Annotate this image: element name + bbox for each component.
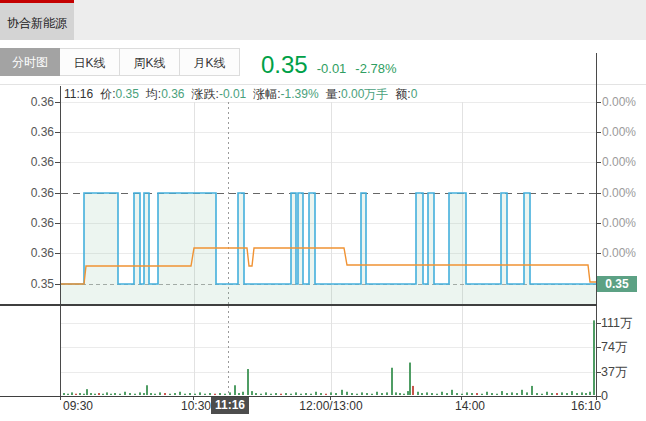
time-axis-label: 09:30 <box>38 399 118 413</box>
axis-tick <box>596 132 601 133</box>
price-chart[interactable] <box>61 86 597 304</box>
cursor-time-badge: 11:16 <box>211 397 249 414</box>
price-axis-label: 0.36 <box>18 94 54 110</box>
percent-axis-label: 0.00% <box>602 154 646 170</box>
percent-axis-label: 0.00% <box>602 94 646 110</box>
left-axis-line <box>60 86 61 396</box>
axis-tick <box>55 193 60 194</box>
tab-weekly-k[interactable]: 周K线 <box>120 48 180 76</box>
price-axis-label: 0.36 <box>18 185 54 201</box>
axis-tick <box>55 223 60 224</box>
volume-panel-bottom-border <box>0 396 597 397</box>
price-axis-label: 0.36 <box>18 154 54 170</box>
axis-tick <box>55 132 60 133</box>
time-axis-label: 16:10 <box>546 399 626 413</box>
percent-axis-label: 0.00% <box>602 245 646 261</box>
axis-tick <box>596 253 601 254</box>
right-axis-line <box>596 53 597 396</box>
percent-axis-label: 0.00% <box>602 215 646 231</box>
company-tab[interactable]: 协合新能源 <box>0 0 74 40</box>
price-change: -0.01 <box>317 61 347 76</box>
time-axis-tick <box>596 397 597 400</box>
price-axis-label: 0.36 <box>18 215 54 231</box>
price-axis-label: 0.36 <box>18 245 54 261</box>
axis-tick <box>596 193 601 194</box>
window-tab-strip: 协合新能源 <box>0 0 646 40</box>
price-axis-label: 0.36 <box>18 124 54 140</box>
price-change-pct: -2.78% <box>355 61 396 76</box>
volume-axis-label: 37万 <box>601 364 645 380</box>
last-price: 0.35 <box>261 51 308 79</box>
time-axis-label: 14:00 <box>430 399 510 413</box>
axis-tick <box>596 162 601 163</box>
axis-tick <box>55 102 60 103</box>
price-axis-label: 0.35 <box>18 276 54 292</box>
tab-intraday[interactable]: 分时图 <box>0 48 60 76</box>
quote-summary: 0.35 -0.01 -2.78% <box>261 51 397 79</box>
time-axis-tick <box>461 397 462 400</box>
axis-tick <box>55 253 60 254</box>
time-axis-tick <box>60 397 61 400</box>
last-price-badge: 0.35 <box>597 276 637 292</box>
percent-axis-label: 0.00% <box>602 124 646 140</box>
time-axis-label: 12:00/13:00 <box>291 399 371 413</box>
volume-axis-label: 74万 <box>601 339 645 355</box>
axis-tick <box>596 347 601 348</box>
axis-tick <box>596 102 601 103</box>
tab-monthly-k[interactable]: 月K线 <box>180 48 240 76</box>
axis-tick <box>596 372 601 373</box>
axis-tick <box>55 162 60 163</box>
time-axis-tick <box>330 397 331 400</box>
volume-panel-top-border <box>0 304 597 306</box>
tab-daily-k[interactable]: 日K线 <box>60 48 120 76</box>
stock-chart-window: 协合新能源 分时图 日K线 周K线 月K线 0.35 -0.01 -2.78% … <box>0 0 646 421</box>
time-axis-tick <box>193 397 194 400</box>
percent-axis-label: 0.00% <box>602 185 646 201</box>
company-name-label: 协合新能源 <box>0 15 74 32</box>
axis-tick <box>596 323 601 324</box>
axis-tick <box>55 284 60 285</box>
axis-tick <box>596 223 601 224</box>
chart-area: 11:16价:0.35均:0.36涨跌:-0.01涨幅:-1.39%量:0.00… <box>0 84 646 421</box>
volume-axis-label: 111万 <box>601 315 645 331</box>
volume-chart[interactable] <box>61 306 597 396</box>
